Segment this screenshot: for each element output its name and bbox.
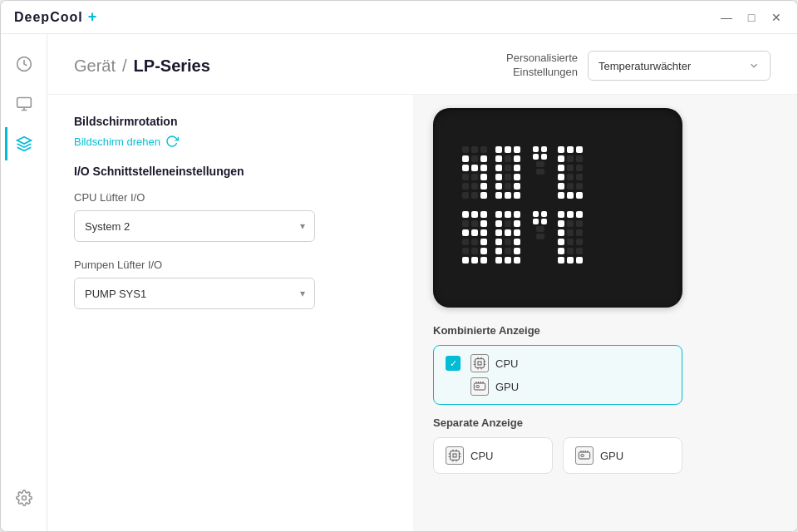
rotate-screen-link[interactable]: Bildschirm drehen [74, 135, 387, 148]
breadcrumb-parent: Gerät [74, 57, 116, 76]
svg-rect-99 [495, 257, 502, 264]
svg-rect-72 [462, 229, 469, 236]
settings-dropdown[interactable]: Temperaturwächter [588, 51, 771, 81]
svg-rect-143 [453, 454, 456, 457]
app-window: DeepCool + — □ ✕ [0, 0, 798, 532]
svg-rect-17 [480, 174, 487, 180]
svg-rect-11 [480, 155, 487, 162]
svg-rect-104 [533, 219, 539, 224]
combined-display-card[interactable]: ✓ CPU [433, 345, 682, 405]
svg-rect-43 [541, 146, 547, 152]
svg-marker-4 [17, 137, 31, 144]
svg-rect-10 [471, 155, 478, 162]
svg-rect-8 [480, 146, 487, 153]
combined-display-label: Kombinierte Anzeige [433, 324, 540, 337]
svg-rect-49 [567, 146, 574, 153]
sidebar-item-dashboard[interactable] [7, 47, 41, 81]
lcd-svg-line1 [462, 146, 653, 204]
separate-gpu-label: GPU [600, 450, 623, 462]
svg-rect-47 [536, 169, 544, 175]
svg-rect-24 [495, 146, 502, 153]
screen-rotation-title: Bildschirmrotation [74, 115, 387, 128]
svg-rect-57 [558, 174, 564, 180]
svg-rect-25 [505, 146, 511, 153]
svg-rect-32 [514, 165, 520, 171]
svg-rect-7 [471, 146, 478, 153]
svg-rect-89 [514, 220, 520, 227]
minimize-button[interactable]: — [719, 10, 734, 25]
svg-rect-152 [579, 452, 589, 459]
svg-rect-105 [541, 219, 547, 224]
svg-rect-136 [474, 383, 485, 390]
svg-rect-124 [567, 257, 574, 264]
separate-display-row: CPU GPU [433, 437, 682, 474]
svg-rect-26 [514, 146, 520, 153]
svg-rect-60 [558, 183, 564, 190]
svg-rect-1 [17, 98, 31, 108]
svg-rect-98 [514, 248, 520, 254]
svg-rect-121 [567, 248, 574, 254]
svg-rect-94 [505, 239, 511, 245]
svg-rect-70 [471, 220, 478, 227]
svg-rect-100 [505, 257, 511, 264]
svg-rect-84 [495, 211, 502, 218]
svg-rect-52 [567, 155, 574, 162]
personalized-label: Personalisierte Einstellungen [506, 52, 578, 80]
svg-rect-36 [495, 183, 502, 190]
cpu-fan-select[interactable]: System 1 System 2 System 3 [74, 210, 315, 242]
sidebar-item-io[interactable] [5, 127, 41, 160]
svg-rect-141 [476, 386, 479, 388]
svg-rect-119 [576, 239, 583, 245]
svg-rect-12 [462, 165, 469, 171]
svg-rect-71 [480, 220, 487, 227]
svg-rect-44 [533, 154, 539, 160]
sidebar-item-display[interactable] [7, 87, 41, 121]
sidebar-item-settings[interactable] [7, 485, 41, 518]
svg-rect-85 [505, 211, 511, 218]
svg-rect-28 [505, 155, 511, 162]
svg-rect-48 [558, 146, 564, 153]
svg-rect-62 [576, 183, 583, 190]
content-body: Bildschirmrotation Bildschirm drehen I/O… [47, 95, 797, 531]
maximize-button[interactable]: □ [744, 10, 759, 25]
svg-rect-6 [462, 146, 469, 153]
svg-rect-91 [505, 229, 511, 236]
svg-rect-120 [558, 248, 564, 254]
separate-gpu-card[interactable]: GPU [563, 437, 682, 474]
pump-fan-label: Pumpen Lüfter I/O [74, 259, 387, 271]
chevron-down-icon [748, 60, 760, 71]
svg-rect-77 [480, 239, 487, 245]
breadcrumb: Gerät / LP-Series [74, 57, 210, 76]
svg-rect-126 [475, 359, 485, 368]
left-panel: Bildschirmrotation Bildschirm drehen I/O… [47, 95, 413, 531]
svg-rect-22 [471, 192, 478, 199]
svg-rect-78 [462, 248, 469, 254]
svg-rect-114 [558, 229, 564, 236]
svg-rect-75 [462, 239, 469, 245]
svg-rect-111 [558, 220, 564, 227]
gear-icon [16, 490, 32, 506]
svg-rect-38 [514, 183, 520, 190]
svg-rect-29 [514, 155, 520, 162]
svg-rect-58 [567, 174, 574, 180]
close-button[interactable]: ✕ [769, 10, 784, 25]
gpu-icon-sep [578, 449, 591, 462]
clock-icon [16, 56, 32, 72]
svg-rect-14 [480, 165, 487, 171]
svg-rect-50 [576, 146, 583, 153]
pump-fan-select-wrapper: PUMP SYS1 PUMP SYS2 ▾ [74, 278, 315, 309]
combined-cpu-label: CPU [495, 357, 518, 370]
svg-rect-102 [533, 211, 539, 217]
svg-rect-9 [462, 155, 469, 162]
svg-rect-118 [567, 239, 574, 245]
svg-rect-64 [567, 192, 574, 199]
svg-rect-19 [471, 183, 478, 190]
svg-rect-37 [505, 183, 511, 190]
svg-rect-157 [581, 455, 584, 457]
svg-rect-103 [541, 211, 547, 217]
svg-rect-42 [533, 146, 539, 152]
separate-cpu-card[interactable]: CPU [433, 437, 553, 474]
pump-fan-select[interactable]: PUMP SYS1 PUMP SYS2 [74, 278, 315, 309]
svg-rect-127 [478, 362, 481, 365]
header-right: Personalisierte Einstellungen Temperatur… [506, 51, 771, 81]
